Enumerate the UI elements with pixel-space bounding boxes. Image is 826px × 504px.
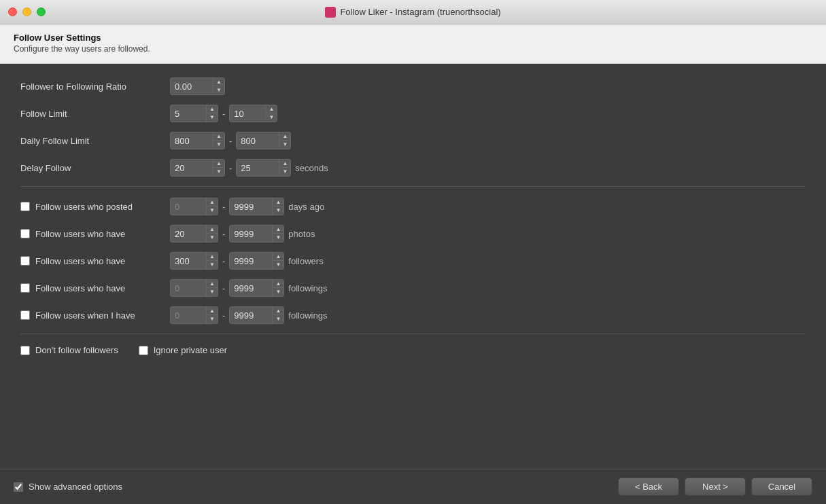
delay-follow-min-up[interactable]: ▲ [213,160,224,168]
follow-limit-max-spinbox[interactable]: ▲ ▼ [229,105,277,122]
photos-max-arrows[interactable]: ▲ ▼ [272,226,283,242]
posted-checkbox[interactable] [20,202,30,211]
followers-max-up[interactable]: ▲ [273,253,283,261]
follow-limit-max-up[interactable]: ▲ [266,105,277,113]
i-have-max-up[interactable]: ▲ [273,307,283,315]
daily-follow-limit-max-input[interactable] [237,132,279,149]
ignore-private-checkbox[interactable] [139,346,148,355]
follower-ratio-down-arrow[interactable]: ▼ [213,86,224,94]
daily-follow-limit-min-spinbox[interactable]: ▲ ▼ [170,132,225,149]
delay-follow-max-input[interactable] [237,160,279,176]
posted-max-up[interactable]: ▲ [273,198,283,206]
close-button[interactable] [8,7,17,16]
followers-min-arrows[interactable]: ▲ ▼ [206,253,218,269]
followers-min-input[interactable] [171,253,206,269]
posted-max-down[interactable]: ▼ [273,206,283,215]
posted-min-arrows[interactable]: ▲ ▼ [206,198,218,215]
i-have-min-spinbox[interactable]: ▲ ▼ [170,306,218,324]
photos-max-up[interactable]: ▲ [273,226,283,234]
follow-limit-min-spinbox[interactable]: ▲ ▼ [170,105,218,122]
photos-min-spinbox[interactable]: ▲ ▼ [170,225,218,242]
daily-follow-limit-min-down[interactable]: ▼ [213,141,224,149]
followers-min-up[interactable]: ▲ [207,253,218,261]
posted-max-input[interactable] [230,198,272,215]
followings-checkbox[interactable] [20,283,30,293]
i-have-min-up[interactable]: ▲ [207,307,218,315]
daily-follow-limit-max-up[interactable]: ▲ [279,132,290,141]
posted-min-up[interactable]: ▲ [207,198,218,206]
posted-max-spinbox[interactable]: ▲ ▼ [229,198,284,215]
followings-min-input[interactable] [171,280,206,296]
followings-max-down[interactable]: ▼ [273,288,283,296]
show-advanced-checkbox[interactable] [14,482,23,492]
follow-limit-min-input[interactable] [171,105,206,122]
followers-max-input[interactable] [230,253,272,269]
dont-follow-checkbox[interactable] [20,346,30,355]
followers-min-down[interactable]: ▼ [207,261,218,269]
follow-limit-max-down[interactable]: ▼ [266,113,277,122]
posted-min-down[interactable]: ▼ [207,206,218,215]
delay-follow-min-input[interactable] [171,160,213,176]
daily-follow-limit-max-spinbox[interactable]: ▲ ▼ [236,132,291,149]
delay-follow-max-up[interactable]: ▲ [279,160,290,168]
posted-min-input[interactable] [171,198,206,215]
i-have-min-down[interactable]: ▼ [207,315,218,323]
follow-limit-max-input[interactable] [230,105,265,122]
delay-follow-min-down[interactable]: ▼ [213,168,224,176]
daily-follow-limit-min-up[interactable]: ▲ [213,132,224,141]
i-have-max-input[interactable] [230,307,272,323]
followings-min-down[interactable]: ▼ [207,288,218,296]
delay-follow-max-arrows[interactable]: ▲ ▼ [279,160,290,176]
follow-limit-min-arrows[interactable]: ▲ ▼ [206,105,218,122]
followers-max-arrows[interactable]: ▲ ▼ [272,253,283,269]
photos-checkbox[interactable] [20,229,30,238]
delay-follow-min-arrows[interactable]: ▲ ▼ [213,160,224,176]
photos-min-arrows[interactable]: ▲ ▼ [206,226,218,242]
back-button[interactable]: < Back [618,478,679,496]
followings-max-up[interactable]: ▲ [273,280,283,288]
delay-follow-min-spinbox[interactable]: ▲ ▼ [170,159,225,177]
photos-max-down[interactable]: ▼ [273,234,283,242]
followers-checkbox[interactable] [20,256,30,266]
photos-max-spinbox[interactable]: ▲ ▼ [229,225,284,242]
delay-follow-max-spinbox[interactable]: ▲ ▼ [236,159,291,177]
delay-follow-max-down[interactable]: ▼ [279,168,290,176]
followers-max-spinbox[interactable]: ▲ ▼ [229,252,284,270]
follower-ratio-spinbox[interactable]: ▲ ▼ [170,77,225,95]
follower-ratio-arrows[interactable]: ▲ ▼ [213,78,224,94]
follower-ratio-up-arrow[interactable]: ▲ [213,78,224,86]
posted-max-arrows[interactable]: ▲ ▼ [272,198,283,215]
daily-follow-limit-max-arrows[interactable]: ▲ ▼ [279,132,290,149]
follow-limit-max-arrows[interactable]: ▲ ▼ [265,105,277,122]
i-have-max-arrows[interactable]: ▲ ▼ [272,307,283,323]
followings-max-input[interactable] [230,280,272,296]
follow-limit-min-up[interactable]: ▲ [207,105,218,113]
daily-follow-limit-min-input[interactable] [171,132,213,149]
followings-max-spinbox[interactable]: ▲ ▼ [229,279,284,297]
followers-max-down[interactable]: ▼ [273,261,283,269]
follow-limit-min-down[interactable]: ▼ [207,113,218,122]
i-have-max-spinbox[interactable]: ▲ ▼ [229,306,284,324]
maximize-button[interactable] [37,7,46,16]
posted-min-spinbox[interactable]: ▲ ▼ [170,198,218,215]
daily-follow-limit-min-arrows[interactable]: ▲ ▼ [213,132,224,149]
followings-min-up[interactable]: ▲ [207,280,218,288]
photos-min-up[interactable]: ▲ [207,226,218,234]
i-have-max-down[interactable]: ▼ [273,315,283,323]
photos-max-input[interactable] [230,226,272,242]
daily-follow-limit-max-down[interactable]: ▼ [279,141,290,149]
cancel-button[interactable]: Cancel [751,478,812,496]
follower-ratio-input[interactable] [171,78,213,94]
followers-min-spinbox[interactable]: ▲ ▼ [170,252,218,270]
followings-min-arrows[interactable]: ▲ ▼ [206,280,218,296]
followings-max-arrows[interactable]: ▲ ▼ [272,280,283,296]
minimize-button[interactable] [22,7,31,16]
i-have-checkbox[interactable] [20,310,30,320]
i-have-min-input[interactable] [171,307,206,323]
window-controls[interactable] [8,7,46,16]
next-button[interactable]: Next > [685,478,746,496]
followings-min-spinbox[interactable]: ▲ ▼ [170,279,218,297]
photos-min-down[interactable]: ▼ [207,234,218,242]
i-have-min-arrows[interactable]: ▲ ▼ [206,307,218,323]
photos-min-input[interactable] [171,226,206,242]
